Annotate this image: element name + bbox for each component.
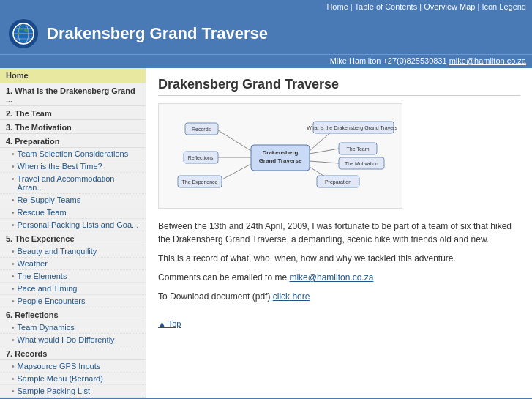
header: Drakensberg Grand Traverse [0,13,532,54]
sidebar-sections: 1. What is the Drakensberg Grand ...2. T… [0,83,146,398]
contact-email-link[interactable]: mike@hamilton.co.za [449,56,526,65]
svg-line-24 [218,164,251,182]
list-bullet-icon: • [12,259,15,268]
nav-home-link[interactable]: Home [326,2,348,11]
paragraph-2: This is a record of what, who, when, how… [158,252,520,265]
sidebar-item-3-2[interactable]: •Travel and Accommodation Arran... [0,173,146,194]
sidebar-item-6-0[interactable]: •Mapsource GPS Inputs [0,360,146,373]
list-bullet-icon: • [12,149,15,158]
list-bullet-icon: • [12,272,15,280]
sidebar-section-6[interactable]: 7. Records [0,346,146,360]
sidebar-item-4-1[interactable]: •Weather [0,258,146,270]
sidebar-item-label: Rescue Team [18,208,67,217]
page-title: Drakensberg Grand Traverse [47,24,268,43]
nav-legend-link[interactable]: Icon Legend [482,2,526,11]
mindmap-svg: Drakensberg Grand Traverse Records What … [163,108,397,204]
nav-map-link[interactable]: Overview Map [424,2,475,11]
mindmap-container: Drakensberg Grand Traverse Records What … [158,103,402,209]
paragraph-4: To Download document (pdf) click here [158,290,520,303]
sidebar-item-3-1[interactable]: •When is the Best Time? [0,160,146,173]
content-body: Between the 13th and 24th April, 2009, I… [158,220,520,329]
list-bullet-icon: • [12,208,15,217]
contact-email-inline[interactable]: mike@hamilton.co.za [289,272,373,283]
sidebar-item-label: Weather [18,259,48,268]
sidebar: Home 1. What is the Drakensberg Grand ..… [0,68,146,398]
sidebar-item-3-4[interactable]: •Rescue Team [0,206,146,219]
sidebar-section-2[interactable]: 3. The Motivation [0,120,146,134]
list-bullet-icon: • [12,374,15,383]
paragraph-3: Comments can be emailed to me mike@hamil… [158,271,520,284]
list-bullet-icon: • [12,387,15,395]
list-bullet-icon: • [12,323,15,332]
sidebar-item-4-4[interactable]: •People Encounters [0,295,146,307]
sidebar-item-3-0[interactable]: •Team Selection Considerations [0,148,146,160]
sidebar-section-5[interactable]: 6. Reflections [0,307,146,321]
sidebar-item-6-2[interactable]: •Sample Packing List [0,385,146,398]
list-bullet-icon: • [12,335,15,344]
main-layout: Home 1. What is the Drakensberg Grand ..… [0,68,532,398]
content-area: Drakensberg Grand Traverse Drakensberg G… [146,68,532,398]
sidebar-item-label: The Elements [18,272,67,280]
contact-bar: Mike Hamilton +27(0)825530831 mike@hamil… [0,54,532,68]
svg-line-18 [310,149,339,154]
sidebar-item-label: What would I Do Differently [18,335,115,344]
top-link[interactable]: ▲ Top [158,319,181,328]
nav-toc-link[interactable]: Table of Contents [355,2,418,11]
pdf-download-link[interactable]: click here [273,291,310,302]
content-title: Drakensberg Grand Traverse [158,77,520,96]
paragraph-1: Between the 13th and 24th April, 2009, I… [158,220,520,246]
sidebar-item-6-1[interactable]: •Sample Menu (Bernard) [0,373,146,385]
sidebar-section-0[interactable]: 1. What is the Drakensberg Grand ... [0,83,146,106]
svg-text:Reflections: Reflections [188,155,214,160]
sidebar-item-5-1[interactable]: •What would I Do Differently [0,334,146,346]
sidebar-item-label: Mapsource GPS Inputs [18,362,101,370]
sidebar-item-5-0[interactable]: •Team Dynamics [0,321,146,334]
svg-text:Grand Traverse: Grand Traverse [259,157,302,164]
sidebar-item-label: Pace and Timing [18,284,78,293]
list-bullet-icon: • [12,247,15,256]
sidebar-item-label: Sample Menu (Bernard) [18,374,103,383]
sidebar-item-label: When is the Best Time? [18,162,102,171]
sidebar-section-4[interactable]: 5. The Experience [0,231,146,245]
list-bullet-icon: • [12,284,15,293]
list-bullet-icon: • [12,297,15,305]
svg-text:Drakensberg: Drakensberg [263,149,299,156]
list-bullet-icon: • [12,362,15,370]
top-nav: Home | Table of Contents | Overview Map … [0,0,532,13]
sidebar-item-4-3[interactable]: •Pace and Timing [0,283,146,295]
list-bullet-icon: • [12,220,15,229]
list-bullet-icon: • [12,195,15,204]
svg-text:The Motivation: The Motivation [345,161,378,166]
svg-text:Records: Records [192,127,211,132]
sidebar-section-1[interactable]: 2. The Team [0,106,146,120]
sidebar-item-label: Beauty and Tranquility [18,247,97,256]
list-bullet-icon: • [12,174,15,183]
svg-text:Preparation: Preparation [325,179,351,185]
svg-line-9 [218,130,251,151]
sidebar-item-4-0[interactable]: •Beauty and Tranquility [0,245,146,258]
globe-icon [9,19,38,48]
sidebar-item-3-5[interactable]: •Personal Packing Lists and Goa... [0,219,146,231]
svg-text:What is the Drakensberg Grand : What is the Drakensberg Grand Traverse [307,125,397,131]
contact-phone: +27(0)825530831 [383,56,446,65]
sidebar-item-label: People Encounters [18,297,86,305]
sidebar-section-3[interactable]: 4. Preparation [0,134,146,148]
sidebar-item-label: Team Selection Considerations [18,149,129,158]
svg-text:The Experience: The Experience [181,179,217,185]
sidebar-item-label: Personal Packing Lists and Goa... [18,220,139,229]
sidebar-item-label: Team Dynamics [18,323,75,332]
sidebar-item-label: Travel and Accommodation Arran... [18,174,140,192]
svg-text:The Team: The Team [347,146,370,152]
sidebar-home[interactable]: Home [0,68,146,83]
sidebar-item-4-2[interactable]: •The Elements [0,270,146,283]
svg-line-21 [310,161,339,163]
sidebar-item-label: Sample Packing List [18,387,91,395]
sidebar-item-label: Re-Supply Teams [18,195,81,204]
contact-name: Mike Hamilton [330,56,381,65]
sidebar-item-3-3[interactable]: •Re-Supply Teams [0,194,146,206]
list-bullet-icon: • [12,162,15,171]
